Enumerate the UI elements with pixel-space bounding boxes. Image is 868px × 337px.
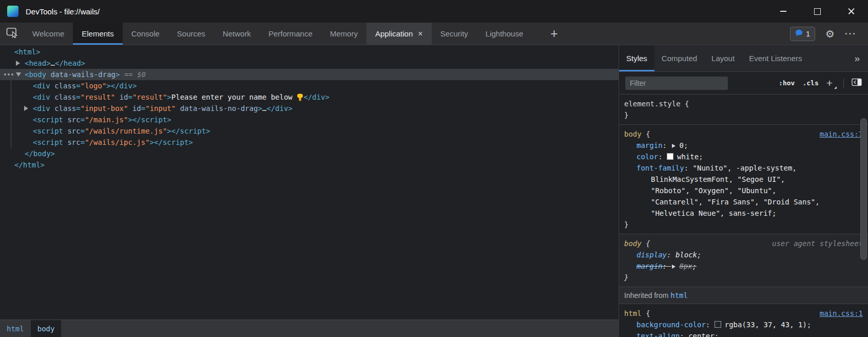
close-button[interactable]: [834, 0, 868, 23]
rule-selector[interactable]: body: [624, 128, 642, 140]
node-options-dots-icon[interactable]: [4, 73, 6, 76]
tab-performance[interactable]: Performance: [260, 23, 321, 45]
expand-value-icon[interactable]: [672, 144, 676, 148]
maximize-button[interactable]: [800, 0, 834, 23]
rule-selector-row[interactable]: element.style {: [619, 98, 868, 109]
dom-tree-node[interactable]: <script src="/wails/ipc.js"></script>: [0, 137, 619, 148]
tab-sources[interactable]: Sources: [168, 23, 214, 45]
css-property-value[interactable]: 0: [679, 141, 683, 149]
style-rule: element.style {}: [619, 95, 868, 124]
tab-application[interactable]: Application×: [367, 23, 432, 45]
tab-welcome[interactable]: Welcome: [24, 23, 73, 45]
element-classes-button[interactable]: .cls: [802, 79, 818, 87]
css-property-name[interactable]: text-align: [636, 332, 680, 337]
css-property-name[interactable]: margin: [636, 262, 663, 270]
css-property-value-continuation: "Helvetica Neue", sans-serif;: [619, 208, 868, 219]
css-property-value[interactable]: "Nunito", -apple-system,: [693, 164, 797, 172]
css-property-row[interactable]: display: block;: [619, 249, 868, 260]
dom-tree-node[interactable]: </body>: [0, 148, 619, 159]
tab-label: Memory: [330, 29, 358, 38]
stylesheet-link[interactable]: main.css:7: [820, 128, 863, 140]
css-property-name[interactable]: margin: [636, 141, 663, 149]
tab-label: Console: [131, 29, 160, 38]
css-property-row[interactable]: font-family: "Nunito", -apple-system,: [619, 162, 868, 174]
tab-label: Sources: [177, 29, 205, 38]
rule-selector-row[interactable]: html {main.css:1: [619, 308, 868, 319]
issues-counter-button[interactable]: 1: [790, 27, 815, 41]
customize-menu-button[interactable]: ···: [845, 29, 857, 39]
dom-tree-node[interactable]: <div class="logo"></div>: [0, 80, 619, 91]
dom-tree-node[interactable]: <script src="/wails/runtime.js"></script…: [0, 125, 619, 137]
dom-tree-node[interactable]: <html>: [0, 46, 619, 58]
styles-sidebar: StylesComputedLayoutEvent Listeners » :h…: [619, 45, 868, 337]
maximize-icon: [814, 8, 821, 15]
tab-elements[interactable]: Elements: [73, 23, 123, 45]
expand-value-icon[interactable]: [672, 265, 676, 269]
tab-network[interactable]: Network: [214, 23, 260, 45]
css-property-row[interactable]: margin: 0;: [619, 140, 868, 151]
toggle-element-state-button[interactable]: :hov: [779, 79, 795, 87]
css-property-value[interactable]: block: [676, 251, 697, 259]
style-rule: html {main.css:1background-color: rgba(3…: [619, 304, 868, 337]
style-rule: body {user agent stylesheetdisplay: bloc…: [619, 234, 868, 287]
dom-tree-node[interactable]: <div class="input-box" id="input" data-w…: [0, 103, 619, 114]
rule-selector-row[interactable]: body {user agent stylesheet: [619, 238, 868, 249]
tab-lighthouse[interactable]: Lighthouse: [477, 23, 532, 45]
color-swatch[interactable]: [715, 321, 721, 328]
css-property-value[interactable]: white: [677, 153, 699, 161]
dom-tree-node[interactable]: <div class="result" id="result">Please e…: [0, 91, 619, 103]
minimize-icon: [780, 11, 786, 12]
close-icon: [848, 8, 855, 15]
css-property-name[interactable]: background-color: [636, 321, 706, 329]
css-property-row[interactable]: background-color: rgba(33, 37, 43, 1);: [619, 319, 868, 330]
rule-selector[interactable]: element.style: [624, 98, 681, 109]
breadcrumb-item-html[interactable]: html: [0, 320, 31, 337]
expand-arrow-icon[interactable]: [16, 61, 20, 66]
minimize-button[interactable]: [766, 0, 800, 23]
sidebar-scrollbar-thumb[interactable]: [860, 118, 867, 260]
tab-label: Lighthouse: [486, 29, 523, 38]
new-style-rule-button[interactable]: +: [826, 77, 836, 89]
sidebar-tab-layout[interactable]: Layout: [704, 45, 742, 71]
rule-selector-row[interactable]: body {main.css:7: [619, 128, 868, 140]
add-tab-button[interactable]: +: [545, 23, 563, 45]
tab-console[interactable]: Console: [123, 23, 168, 45]
inherited-element-link[interactable]: html: [670, 291, 688, 299]
expand-arrow-icon[interactable]: [24, 106, 28, 111]
sidebar-tab-label: Styles: [626, 54, 647, 63]
css-property-value[interactable]: center: [688, 332, 715, 337]
inspect-element-icon: [6, 27, 18, 40]
color-swatch[interactable]: [667, 153, 673, 160]
toggle-sidebar-pane-button[interactable]: [852, 78, 862, 88]
breadcrumb: htmlbody: [0, 320, 619, 337]
tab-label: Network: [223, 29, 251, 38]
more-panels-button[interactable]: »: [854, 45, 868, 71]
sidebar-tab-event-listeners[interactable]: Event Listeners: [742, 45, 809, 71]
css-property-name[interactable]: color: [636, 153, 658, 161]
css-property-value[interactable]: rgba(33, 37, 43, 1): [725, 321, 807, 329]
sidebar-tab-computed[interactable]: Computed: [654, 45, 704, 71]
css-property-row[interactable]: margin: 8px;: [619, 260, 868, 272]
dom-tree-node[interactable]: <head>…</head>: [0, 58, 619, 69]
dom-tree-node[interactable]: <script src="/main.js"></script>: [0, 114, 619, 125]
expand-arrow-icon[interactable]: [16, 72, 21, 77]
css-property-name[interactable]: font-family: [636, 164, 684, 172]
dom-tree-node[interactable]: </html>: [0, 159, 619, 171]
stylesheet-link[interactable]: main.css:1: [820, 308, 863, 319]
breadcrumb-item-body[interactable]: body: [31, 320, 62, 337]
tab-memory[interactable]: Memory: [321, 23, 367, 45]
dom-tree-node[interactable]: <body data-wails-drag> == $0: [0, 69, 619, 80]
css-property-row[interactable]: color: white;: [619, 151, 868, 162]
inspect-element-button[interactable]: [0, 23, 24, 45]
issues-chat-bubble-icon: [795, 29, 803, 38]
sidebar-tab-styles[interactable]: Styles: [619, 45, 654, 71]
rule-selector[interactable]: html: [624, 308, 642, 319]
css-property-row[interactable]: text-align: center;: [619, 330, 868, 337]
styles-filter-input[interactable]: [625, 77, 728, 90]
css-property-value[interactable]: 8px: [679, 262, 692, 270]
css-property-name[interactable]: display: [636, 251, 667, 259]
close-tab-icon[interactable]: ×: [418, 30, 422, 38]
settings-button[interactable]: ⚙: [825, 29, 835, 39]
tab-security[interactable]: Security: [432, 23, 477, 45]
rule-selector[interactable]: body: [624, 238, 642, 249]
